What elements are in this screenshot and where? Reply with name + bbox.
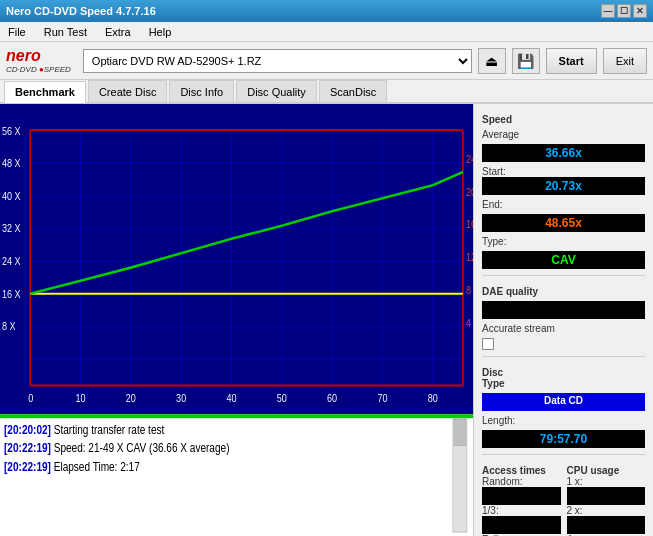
right-panel: Speed Average 36.66x Start: 20.73x End: … [473,104,653,536]
dae-quality-label: DAE quality [482,286,645,297]
window-title: Nero CD-DVD Speed 4.7.7.16 [6,5,156,17]
accurate-stream-row [482,338,645,350]
svg-text:[20:22:19]
         Speed: 21-: [20:22:19] Speed: 21-49 X CAV (36.66 X a… [4,440,230,455]
svg-text:80: 80 [428,391,438,404]
svg-text:0: 0 [28,391,33,404]
svg-text:70: 70 [377,391,387,404]
tab-benchmark[interactable]: Benchmark [4,81,86,103]
svg-text:8 X: 8 X [2,319,16,332]
access-times-label: Access times [482,465,561,476]
svg-text:16: 16 [466,217,473,230]
svg-text:[20:22:19]
         Elapsed Ti: [20:22:19] Elapsed Time: 2:17 [4,458,140,473]
chart-area: 56 X 48 X 40 X 32 X 24 X 16 X 8 X 24 20 … [0,104,473,536]
svg-text:8: 8 [466,283,471,296]
end-label: End: [482,199,645,210]
type-value: CAV [482,251,645,269]
cpu-usage-label: CPU usage [567,465,646,476]
svg-text:56 X: 56 X [2,124,21,137]
svg-text:48 X: 48 X [2,156,21,169]
nero-subtitle: CD·DVD ●SPEED [6,65,71,74]
toolbar: nero CD·DVD ●SPEED Optiarc DVD RW AD-529… [0,42,653,80]
cpu-2x-label: 2 x: [567,505,646,516]
drive-dropdown[interactable]: Optiarc DVD RW AD-5290S+ 1.RZ [83,49,472,73]
random-value [482,487,561,505]
start-button[interactable]: Start [546,48,597,74]
svg-text:24 X: 24 X [2,254,21,267]
one-third-value [482,516,561,534]
accurate-stream-checkbox[interactable] [482,338,494,350]
start-label: Start: [482,166,645,177]
svg-text:32 X: 32 X [2,221,21,234]
svg-text:60: 60 [327,391,337,404]
nero-logo-text: nero [6,47,41,65]
exit-button[interactable]: Exit [603,48,647,74]
svg-text:40: 40 [226,391,236,404]
divider-2 [482,356,645,357]
random-label: Random: [482,476,561,487]
menu-file[interactable]: File [4,24,30,40]
one-third-label: 1/3: [482,505,561,516]
disc-type-section: DiscType [482,367,645,389]
svg-text:20: 20 [466,184,473,197]
tab-disc-quality[interactable]: Disc Quality [236,80,317,102]
cpu-1x-label: 1 x: [567,476,646,487]
svg-text:24: 24 [466,152,473,165]
svg-text:30: 30 [176,391,186,404]
svg-text:50: 50 [277,391,287,404]
divider-3 [482,454,645,455]
title-bar: Nero CD-DVD Speed 4.7.7.16 — ☐ ✕ [0,0,653,22]
close-button[interactable]: ✕ [633,4,647,18]
tab-create-disc[interactable]: Create Disc [88,80,167,102]
svg-text:20: 20 [126,391,136,404]
nero-logo: nero CD·DVD ●SPEED [6,47,71,74]
speed-section-label: Speed [482,114,645,125]
svg-text:10: 10 [75,391,85,404]
tab-bar: Benchmark Create Disc Disc Info Disc Qua… [0,80,653,104]
eject-button[interactable]: ⏏ [478,48,506,74]
menu-bar: File Run Test Extra Help [0,22,653,42]
window-controls: — ☐ ✕ [601,4,647,18]
type-label: Type: [482,236,645,247]
main-content: 56 X 48 X 40 X 32 X 24 X 16 X 8 X 24 20 … [0,104,653,536]
minimize-button[interactable]: — [601,4,615,18]
start-value: 20.73x [482,177,645,195]
maximize-button[interactable]: ☐ [617,4,631,18]
cpu-2x-value [567,516,646,534]
disc-type-value: Data CD [482,393,645,411]
tab-scan-disc[interactable]: ScanDisc [319,80,387,102]
menu-help[interactable]: Help [145,24,176,40]
svg-rect-48 [0,414,473,418]
svg-text:4: 4 [466,315,471,328]
cpu-1x-value [567,487,646,505]
length-label: Length: [482,415,645,426]
average-label: Average [482,129,645,140]
end-value: 48.65x [482,214,645,232]
length-value: 79:57.70 [482,430,645,448]
menu-run-test[interactable]: Run Test [40,24,91,40]
svg-rect-0 [0,104,473,405]
svg-text:16 X: 16 X [2,287,21,300]
svg-rect-53 [454,419,466,445]
svg-text:[20:20:02]
         Starting t: [20:20:02] Starting transfer rate test [4,422,165,437]
svg-text:12: 12 [466,250,473,263]
save-button[interactable]: 💾 [512,48,540,74]
accurate-stream-label: Accurate stream [482,323,645,334]
divider-1 [482,275,645,276]
benchmark-chart: 56 X 48 X 40 X 32 X 24 X 16 X 8 X 24 20 … [0,104,473,536]
tab-disc-info[interactable]: Disc Info [169,80,234,102]
menu-extra[interactable]: Extra [101,24,135,40]
average-value: 36.66x [482,144,645,162]
svg-text:40 X: 40 X [2,188,21,201]
dae-value [482,301,645,319]
